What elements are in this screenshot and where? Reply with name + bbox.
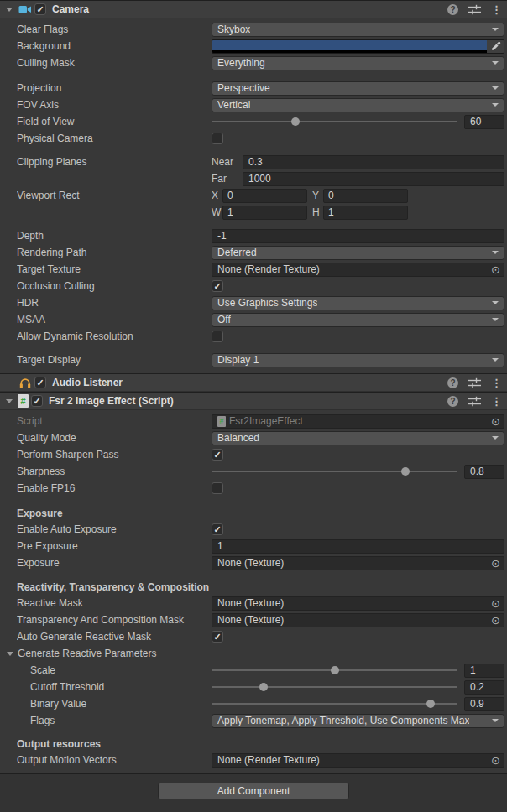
field-value-area [212,482,504,494]
slider-track[interactable] [212,471,457,472]
presets-icon[interactable] [468,396,481,407]
dropdown-target-display[interactable]: Display 1 [212,353,504,367]
field-value-area: ✓ [212,523,504,535]
object-field-script[interactable]: #Fsr2ImageEffect⊙ [212,414,504,429]
dropdown-value: Skybox [217,23,250,35]
field-value-area: Everything [212,56,504,70]
axis-label: H [312,206,323,218]
checkbox-allow-dynamic-resolution[interactable] [212,331,223,342]
input-y[interactable]: 0 [323,189,408,203]
component-enabled-checkbox[interactable]: ✓ [34,3,46,15]
help-icon[interactable]: ? [447,396,458,407]
checkbox-physical-camera[interactable] [212,133,223,144]
field-value-area: -1 [212,229,504,243]
dropdown-value: Perspective [217,82,270,94]
slider-thumb[interactable] [331,666,339,674]
field-label: Enable Auto Exposure [17,523,212,535]
slider-track[interactable] [212,669,457,671]
object-picker-icon[interactable]: ⊙ [488,755,500,766]
add-component-button[interactable]: Add Component [158,783,349,799]
checkbox-auto-generate-reactive-mask[interactable]: ✓ [212,631,223,643]
help-icon[interactable]: ? [447,4,458,15]
slider-thumb[interactable] [291,117,300,126]
field-label: Rendering Path [17,247,212,258]
field-label: Script [17,415,212,427]
axis-label: Y [312,190,323,201]
component-title: Audio Listener [52,377,123,388]
input-far[interactable]: 1000 [243,172,504,186]
kebab-menu-icon[interactable]: ⋮ [491,396,502,407]
slider-track[interactable] [212,121,457,122]
slider-thumb[interactable] [259,683,268,691]
dropdown-quality-mode[interactable]: Balanced [212,431,504,445]
slider-value-input[interactable]: 0.8 [464,465,504,479]
slider-track[interactable] [212,703,457,705]
input-near[interactable]: 0.3 [243,155,504,169]
dropdown-rendering-path[interactable]: Deferred [212,246,504,260]
field-value-area: 1 [212,664,504,678]
input-pre-exposure[interactable]: 1 [212,539,504,554]
help-icon[interactable]: ? [447,377,458,388]
foldout-arrow-icon[interactable] [6,8,13,12]
checkbox-occlusion-culling[interactable]: ✓ [212,280,223,292]
input-h[interactable]: 1 [323,206,408,220]
checkbox-perform-sharpen-pass[interactable]: ✓ [212,449,223,461]
field-value-area [212,331,504,342]
object-field-exposure[interactable]: None (Texture)⊙ [212,556,504,570]
component-header-audio-listener[interactable]: ✓Audio Listener?⋮ [0,373,507,392]
dropdown-hdr[interactable]: Use Graphics Settings [212,296,504,310]
component-header-camera[interactable]: ✓Camera?⋮ [0,0,507,18]
slider-value-input[interactable]: 1 [464,664,504,678]
inspector-panel: ✓Camera?⋮Clear FlagsSkyboxBackgroundCull… [0,0,507,812]
presets-icon[interactable] [468,377,481,388]
object-field-target-texture[interactable]: None (Render Texture)⊙ [212,263,504,277]
row-fov-axis: FOV AxisVertical [0,96,507,113]
eyedropper-icon[interactable] [487,40,504,53]
foldout-arrow-icon[interactable] [7,652,13,656]
object-field-reactive-mask[interactable]: None (Texture)⊙ [212,596,504,611]
kebab-menu-icon[interactable]: ⋮ [491,4,502,15]
foldout-arrow-icon[interactable] [6,399,13,403]
headphones-icon [18,376,32,389]
component-enabled-checkbox[interactable]: ✓ [31,395,43,407]
checkbox-enable-auto-exposure[interactable]: ✓ [212,523,223,535]
input-depth[interactable]: -1 [212,229,504,243]
object-field-transparency-and-composition-mask[interactable]: None (Texture)⊙ [212,613,504,627]
dropdown-value: Deferred [217,247,257,258]
field-value-area: #Fsr2ImageEffect⊙ [212,414,504,429]
kebab-menu-icon[interactable]: ⋮ [491,377,502,388]
dropdown-clear-flags[interactable]: Skybox [212,23,504,37]
slider-value-input[interactable]: 0.2 [464,680,504,695]
object-picker-icon[interactable]: ⊙ [488,416,500,427]
input-w[interactable]: 1 [222,206,307,220]
object-picker-icon[interactable]: ⊙ [488,598,500,609]
component-header-fsr-2-image-effect-script[interactable]: #✓Fsr 2 Image Effect (Script)?⋮ [0,392,507,410]
slider-thumb[interactable] [426,700,435,708]
slider-track[interactable] [212,686,457,688]
field-label: Background [17,40,212,52]
chevron-down-icon [492,719,499,722]
object-picker-icon[interactable]: ⊙ [488,558,500,569]
component-enabled-checkbox[interactable]: ✓ [34,377,46,388]
object-picker-icon[interactable]: ⊙ [488,264,500,275]
dropdown-value: Display 1 [217,354,259,366]
object-field-output-motion-vectors[interactable]: None (Render Texture)⊙ [212,753,504,768]
dropdown-msaa[interactable]: Off [212,313,504,327]
input-x[interactable]: 0 [222,189,307,203]
color-field-background[interactable] [212,39,504,54]
row-clipping-planes: Clipping PlanesNear0.3 [0,154,507,170]
dropdown-projection[interactable]: Perspective [212,81,504,96]
dropdown-flags[interactable]: Apply Tonemap, Apply Threshold, Use Comp… [212,714,504,728]
dropdown-fov-axis[interactable]: Vertical [212,98,504,112]
field-value-area: X0Y0 [212,189,504,203]
checkbox-enable-fp16[interactable] [212,482,223,494]
field-label: Auto Generate Reactive Mask [17,631,212,643]
object-picker-icon[interactable]: ⊙ [488,615,500,626]
chevron-down-icon [492,301,499,304]
slider-thumb[interactable] [401,467,410,476]
presets-icon[interactable] [468,4,481,15]
dropdown-culling-mask[interactable]: Everything [212,56,504,70]
slider-value-input[interactable]: 0.9 [464,697,504,711]
row-scale: Scale1 [0,662,507,679]
slider-value-input[interactable]: 60 [464,115,504,129]
